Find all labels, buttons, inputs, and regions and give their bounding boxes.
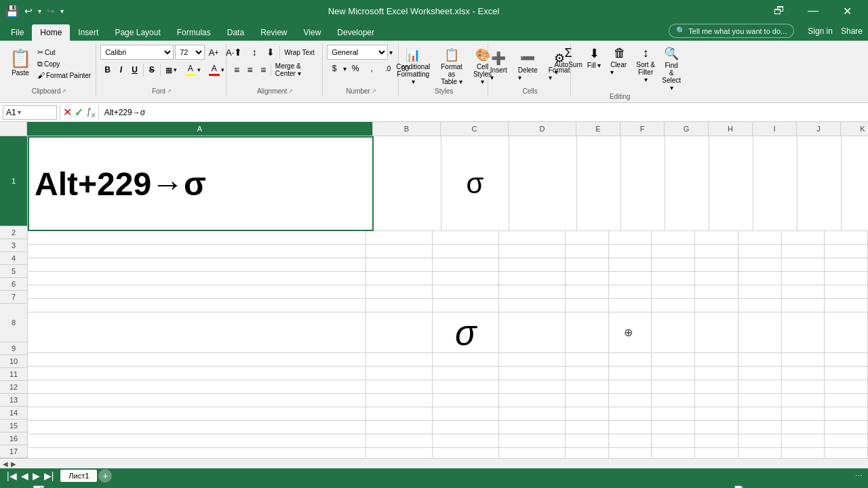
cell-J14[interactable] [782, 421, 825, 434]
col-header-F[interactable]: F [620, 122, 665, 136]
row-header-11[interactable]: 11 [0, 368, 27, 381]
font-name-select[interactable]: Calibri [100, 45, 174, 60]
cell-C6[interactable] [433, 285, 499, 299]
sheet-last-button[interactable]: ▶| [43, 470, 56, 481]
cell-D14[interactable] [499, 421, 566, 434]
cell-D16[interactable] [499, 448, 566, 458]
cell-A3[interactable] [28, 245, 366, 258]
sheet-tab-1[interactable]: Лист1 [60, 470, 97, 482]
cell-C7[interactable] [433, 299, 499, 312]
sheet-next-button[interactable]: ▶ [31, 470, 41, 481]
copy-button[interactable]: ⧉Copy [35, 59, 93, 69]
row-header-14[interactable]: 14 [0, 407, 27, 420]
cell-B16[interactable] [366, 448, 433, 458]
restore-down-button[interactable]: 🗗 [764, 0, 795, 22]
cell-H15[interactable] [695, 434, 738, 448]
right-align-button[interactable]: ≡ [257, 62, 269, 77]
cell-C11[interactable] [433, 380, 499, 394]
cell-C1[interactable]: σ [441, 136, 509, 231]
cell-F9[interactable] [609, 353, 652, 367]
cell-K4[interactable] [825, 258, 868, 272]
tab-review[interactable]: Review [252, 24, 295, 41]
cell-D10[interactable] [499, 367, 566, 380]
cell-F2[interactable] [609, 231, 652, 245]
cell-B9[interactable] [366, 353, 433, 367]
cell-K7[interactable] [825, 299, 868, 312]
cell-F13[interactable] [609, 407, 652, 421]
cell-F1[interactable] [621, 136, 665, 231]
cell-H12[interactable] [695, 394, 738, 407]
cell-D11[interactable] [499, 380, 566, 394]
cell-C13[interactable] [433, 407, 499, 421]
cell-E15[interactable] [566, 434, 609, 448]
cell-A2[interactable] [28, 231, 366, 245]
cell-B5[interactable] [366, 272, 433, 285]
cell-C16[interactable] [433, 448, 499, 458]
cell-I4[interactable] [738, 258, 782, 272]
cell-C9[interactable] [433, 353, 499, 367]
cell-D9[interactable] [499, 353, 566, 367]
formula-input[interactable] [102, 105, 865, 120]
number-expand-button[interactable]: ↗ [372, 88, 376, 94]
wrap-text-button[interactable]: Wrap Text [281, 45, 317, 60]
cell-E11[interactable] [566, 380, 609, 394]
col-header-C[interactable]: C [441, 122, 509, 136]
cell-B15[interactable] [366, 434, 433, 448]
row-header-9[interactable]: 9 [0, 342, 27, 355]
cell-G16[interactable] [652, 448, 695, 458]
cell-K10[interactable] [825, 367, 868, 380]
font-size-select[interactable]: 72 [175, 45, 205, 60]
cell-J1[interactable] [797, 136, 842, 231]
cell-B13[interactable] [366, 407, 433, 421]
cell-H3[interactable] [695, 245, 738, 258]
close-button[interactable]: ✕ [831, 0, 863, 22]
scroll-right-button[interactable]: ▶ [11, 460, 16, 468]
cell-K12[interactable] [825, 394, 868, 407]
paste-button[interactable]: 📋 Paste [5, 45, 35, 80]
row-header-13[interactable]: 13 [0, 394, 27, 407]
cell-I9[interactable] [738, 353, 782, 367]
cell-J3[interactable] [782, 245, 825, 258]
cell-A6[interactable] [28, 285, 366, 299]
cell-G1[interactable] [665, 136, 709, 231]
cell-K11[interactable] [825, 380, 868, 394]
cell-I10[interactable] [738, 367, 782, 380]
cell-J7[interactable] [782, 299, 825, 312]
number-format-select[interactable]: General [327, 45, 388, 60]
cell-F3[interactable] [609, 245, 652, 258]
cell-F6[interactable] [609, 285, 652, 299]
cell-D8[interactable] [499, 312, 566, 353]
cell-G15[interactable] [652, 434, 695, 448]
cell-I13[interactable] [738, 407, 782, 421]
cell-A15[interactable] [28, 434, 366, 448]
tab-file[interactable]: File [3, 24, 32, 41]
cell-G6[interactable] [652, 285, 695, 299]
cell-J11[interactable] [782, 380, 825, 394]
cell-C15[interactable] [433, 434, 499, 448]
cell-A4[interactable] [28, 258, 366, 272]
cell-D13[interactable] [499, 407, 566, 421]
row-header-3[interactable]: 3 [0, 239, 27, 252]
tab-data[interactable]: Data [219, 24, 252, 41]
col-header-H[interactable]: H [709, 122, 753, 136]
cell-K1[interactable] [842, 136, 868, 231]
cell-D15[interactable] [499, 434, 566, 448]
cell-A13[interactable] [28, 407, 366, 421]
cell-E5[interactable] [566, 272, 609, 285]
cell-I15[interactable] [738, 434, 782, 448]
cancel-formula-button[interactable]: ✕ [63, 106, 72, 119]
cell-B3[interactable] [366, 245, 433, 258]
row-header-7[interactable]: 7 [0, 291, 27, 304]
cell-E12[interactable] [566, 394, 609, 407]
cell-D1[interactable] [509, 136, 577, 231]
cell-K2[interactable] [825, 231, 868, 245]
cell-G2[interactable] [652, 231, 695, 245]
page-layout-view-button[interactable]: 📄 [733, 485, 745, 488]
cell-B2[interactable] [366, 231, 433, 245]
cell-F10[interactable] [609, 367, 652, 380]
delete-button[interactable]: ➖ Delete ▾ [514, 49, 542, 83]
currency-button[interactable]: $ [327, 61, 342, 76]
fill-button[interactable]: ⬇ Fill ▾ [582, 45, 606, 70]
underline-button[interactable]: U [127, 62, 142, 77]
cell-J6[interactable] [782, 285, 825, 299]
